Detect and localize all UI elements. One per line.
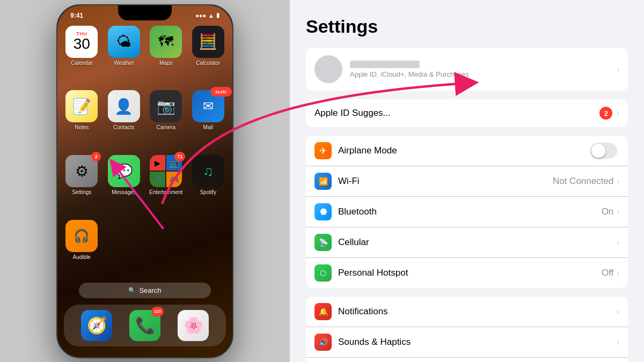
app-label-camera: Camera [156, 124, 175, 130]
wifi-settings-icon: 📶 [314, 173, 332, 190]
settings-row-hotspot[interactable]: ⬡ Personal Hotspot Off › [306, 258, 628, 288]
calculator-icon: 🧮 [199, 33, 217, 50]
app-icon-weather[interactable]: 🌤 Weather [106, 26, 142, 84]
settings-title: Settings [306, 16, 628, 37]
entertainment-badge: 71 [174, 152, 185, 161]
hotspot-value: Off [602, 268, 613, 278]
signal-icon: ●●● [195, 12, 206, 19]
mail-icon: ✉ [203, 99, 214, 114]
safari-icon: 🧭 [87, 316, 107, 335]
settings-row-notifications[interactable]: 🔔 Notifications › [306, 297, 628, 327]
app-icon-settings[interactable]: ⚙ 2 Settings [64, 155, 100, 213]
app-label-notes: Notes [75, 124, 89, 130]
app-label-contacts: Contacts [113, 124, 134, 130]
app-label-maps: Maps [159, 60, 172, 66]
app-label-audible: Audible [73, 254, 91, 260]
wifi-label: Wi-Fi [338, 176, 553, 187]
settings-badge: 2 [91, 152, 101, 161]
settings-icon: ⚙ [75, 162, 89, 180]
apple-id-suggest-section: Apple ID Sugges... 2 › [306, 99, 628, 127]
notifications-section: 🔔 Notifications › 🔊 Sounds & Haptics › 🌙… [306, 297, 628, 362]
photos-icon: 🌸 [184, 316, 203, 335]
profile-info: Apple ID, iCloud+, Media & Purchases [350, 61, 617, 78]
status-icons: ●●● ▲ ▮ [195, 12, 219, 19]
settings-row-bluetooth[interactable]: ⬣ Bluetooth On › [306, 197, 628, 227]
dock-safari[interactable]: 🧭 [81, 310, 112, 341]
notch [118, 5, 172, 20]
settings-panel: Settings Apple ID, iCloud+, Media & Purc… [290, 0, 644, 362]
app-icon-entertainment[interactable]: ▶ 📺 🎵 🎮 71 Entertainment [148, 155, 184, 213]
bluetooth-chevron: › [617, 208, 619, 216]
bluetooth-value: On [602, 206, 614, 217]
app-icon-spotify[interactable]: ♫ Spotify [191, 155, 226, 213]
app-label-messages: Messages [112, 189, 136, 195]
weather-icon: 🌤 [116, 33, 131, 50]
sounds-label: Sounds & Haptics [338, 337, 617, 348]
bluetooth-label: Bluetooth [338, 206, 602, 217]
app-icon-messages[interactable]: 💬 Messages [106, 155, 142, 213]
settings-row-airplane[interactable]: ✈ Airplane Mode [306, 136, 628, 166]
app-icon-maps[interactable]: 🗺 Maps [148, 26, 184, 84]
wifi-value: Not Connected [553, 176, 613, 187]
camera-icon: 📷 [157, 98, 175, 115]
search-label: Search [139, 286, 161, 294]
maps-icon: 🗺 [158, 33, 173, 50]
ent-1: ▶ [150, 155, 165, 171]
iphone-panel: 9:41 ●●● ▲ ▮ THU 30 [0, 0, 290, 362]
notifications-icon: 🔔 [314, 303, 332, 320]
app-icon-calendar[interactable]: THU 30 Calendar [64, 26, 100, 84]
settings-row-wifi[interactable]: 📶 Wi-Fi Not Connected › [306, 166, 628, 197]
search-bar[interactable]: 🔍 Search [79, 283, 211, 298]
audible-icon: 🎧 [74, 228, 90, 243]
messages-icon: 💬 [115, 163, 133, 180]
status-time: 9:41 [70, 12, 83, 19]
spotify-icon: ♫ [203, 163, 214, 180]
airplane-icon: ✈ [314, 142, 332, 159]
app-label-spotify: Spotify [200, 189, 216, 195]
phone-icon: 📞 [135, 316, 155, 335]
settings-row-cellular[interactable]: 📡 Cellular › [306, 227, 628, 258]
settings-profile-section: Apple ID, iCloud+, Media & Purchases › [306, 48, 628, 91]
app-label-mail: Mail [203, 124, 213, 130]
app-label-calendar: Calendar [71, 60, 93, 66]
cellular-label: Cellular [338, 237, 617, 248]
settings-row-sounds[interactable]: 🔊 Sounds & Haptics › [306, 327, 628, 358]
profile-row[interactable]: Apple ID, iCloud+, Media & Purchases › [306, 48, 628, 91]
apple-id-suggest-row[interactable]: Apple ID Sugges... 2 › [306, 99, 628, 127]
sounds-chevron: › [617, 338, 619, 346]
apple-id-badge: 2 [599, 107, 612, 120]
hotspot-label: Personal Hotspot [338, 268, 602, 278]
cellular-chevron: › [617, 238, 619, 247]
settings-row-focus[interactable]: 🌙 Focus › [306, 358, 628, 362]
dock-phone[interactable]: 📞 123 [129, 310, 160, 341]
wifi-chevron: › [617, 177, 619, 186]
ent-3: 🎵 [150, 172, 165, 187]
hotspot-chevron: › [617, 269, 619, 277]
app-icon-mail[interactable]: ✉ 34,451 Mail [191, 90, 226, 149]
network-section: ✈ Airplane Mode 📶 Wi-Fi Not Connected › … [306, 136, 628, 288]
app-icon-camera[interactable]: 📷 Camera [148, 90, 184, 149]
app-icon-audible[interactable]: 🎧 Audible [64, 220, 100, 278]
airplane-label: Airplane Mode [338, 145, 590, 156]
search-icon: 🔍 [128, 287, 136, 294]
app-label-weather: Weather [114, 60, 134, 66]
profile-avatar [314, 55, 342, 83]
iphone-frame: 9:41 ●●● ▲ ▮ THU 30 [56, 4, 233, 358]
iphone-screen: 9:41 ●●● ▲ ▮ THU 30 [57, 5, 232, 357]
ent-4: 🎮 [166, 172, 182, 187]
apple-id-suggest-label: Apple ID Sugges... [314, 108, 599, 119]
app-icon-calculator[interactable]: 🧮 Calculator [191, 26, 226, 84]
mail-badge: 34,451 [210, 87, 232, 97]
profile-chevron: › [617, 65, 619, 73]
app-label-entertainment: Entertainment [149, 189, 182, 195]
hotspot-icon: ⬡ [314, 264, 332, 282]
airplane-toggle[interactable] [590, 143, 617, 159]
dock-photos[interactable]: 🌸 [178, 310, 209, 341]
sounds-icon: 🔊 [314, 334, 332, 351]
app-icon-notes[interactable]: 📝 Notes [64, 90, 100, 149]
app-icon-contacts[interactable]: 👤 Contacts [106, 90, 142, 149]
dock: 🧭 📞 123 🌸 [64, 305, 226, 346]
wifi-icon: ▲ [208, 12, 214, 19]
notifications-chevron: › [617, 307, 619, 316]
apple-id-chevron: › [617, 109, 619, 117]
